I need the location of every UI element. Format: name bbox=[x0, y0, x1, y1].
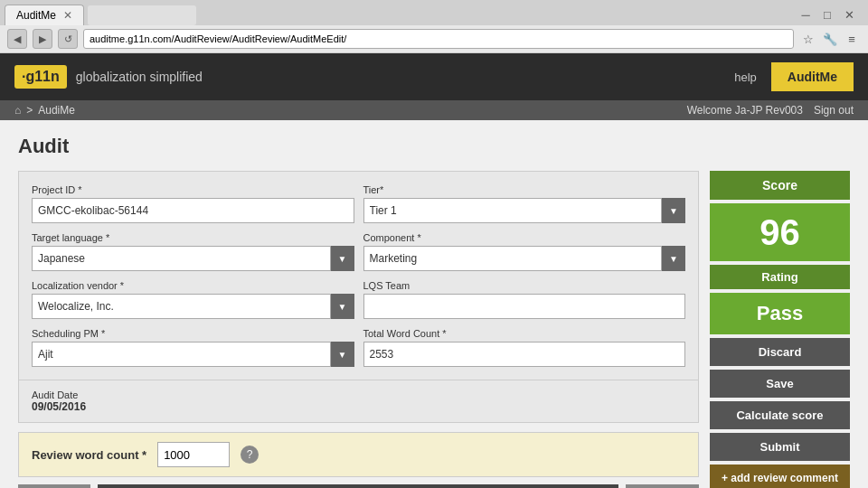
target-language-select[interactable]: Japanese French German bbox=[32, 246, 331, 271]
discard-button[interactable]: Discard bbox=[710, 338, 850, 366]
tier-group: Tier* Tier 1 Tier 2 Tier 3 ▼ bbox=[363, 184, 686, 223]
tab-close-icon[interactable]: ✕ bbox=[63, 9, 72, 22]
add-review-comment-button[interactable]: + add review comment bbox=[98, 484, 618, 488]
tab-bar: AuditMe ✕ ─ □ ✕ bbox=[0, 0, 868, 25]
home-icon[interactable]: ⌂ bbox=[14, 104, 21, 117]
score-panel: Score 96 Rating Pass Discard Save Calcul… bbox=[710, 171, 850, 488]
target-language-select-wrap: Japanese French German ▼ bbox=[32, 246, 354, 271]
breadcrumb-left: ⌂ > AudiMe bbox=[14, 104, 75, 117]
signout-link[interactable]: Sign out bbox=[814, 104, 854, 117]
action-row: no errors + add review comment ⬆ Import bbox=[18, 484, 699, 488]
tier-select[interactable]: Tier 1 Tier 2 Tier 3 bbox=[363, 198, 663, 223]
target-language-dropdown-arrow[interactable]: ▼ bbox=[331, 246, 354, 271]
page-title: Audit bbox=[18, 135, 850, 158]
breadcrumb-separator: > bbox=[26, 104, 33, 117]
help-link[interactable]: help bbox=[734, 70, 757, 84]
auditme-button[interactable]: AuditMe bbox=[771, 62, 854, 91]
tier-select-wrap: Tier 1 Tier 2 Tier 3 ▼ bbox=[363, 198, 686, 223]
lqs-team-label: LQS Team bbox=[363, 280, 686, 291]
component-group: Component * Marketing Technical Legal ▼ bbox=[363, 232, 686, 271]
new-tab-area bbox=[88, 5, 196, 25]
target-language-group: Target language * Japanese French German… bbox=[32, 232, 354, 271]
help-circle-icon[interactable]: ? bbox=[241, 446, 259, 464]
main-content: Audit Project ID * Tier* Tier 1 Tier 2 bbox=[0, 120, 868, 488]
localization-vendor-group: Localization vendor * Welocalize, Inc. L… bbox=[32, 280, 354, 319]
localization-vendor-label: Localization vendor * bbox=[32, 280, 354, 291]
rating-value: Pass bbox=[710, 293, 850, 334]
audit-date-value: 09/05/2016 bbox=[32, 400, 685, 413]
close-window-icon[interactable]: ✕ bbox=[840, 6, 858, 24]
localization-vendor-dropdown-arrow[interactable]: ▼ bbox=[331, 294, 354, 319]
scheduling-pm-label: Scheduling PM * bbox=[32, 328, 354, 339]
tab-title: AuditMe bbox=[16, 9, 56, 22]
no-errors-button[interactable]: no errors bbox=[18, 484, 90, 488]
audit-date-label: Audit Date bbox=[32, 389, 685, 400]
breadcrumb-right: Welcome Ja-JP Rev003 Sign out bbox=[687, 104, 854, 117]
save-button[interactable]: Save bbox=[710, 370, 850, 398]
scheduling-pm-select[interactable]: Ajit Other bbox=[32, 342, 331, 367]
project-id-label: Project ID * bbox=[32, 184, 354, 195]
score-value: 96 bbox=[710, 203, 850, 261]
component-select-wrap: Marketing Technical Legal ▼ bbox=[363, 246, 686, 271]
review-bar: Review word count * ? bbox=[18, 432, 699, 477]
component-label: Component * bbox=[363, 232, 686, 243]
breadcrumb-current: AudiMe bbox=[38, 104, 75, 117]
browser-tab[interactable]: AuditMe ✕ bbox=[5, 5, 84, 25]
form-grid: Project ID * Tier* Tier 1 Tier 2 Tier 3 … bbox=[18, 171, 699, 380]
lqs-team-group: LQS Team bbox=[363, 280, 686, 319]
audit-date-section: Audit Date 09/05/2016 bbox=[18, 380, 699, 423]
logo-tagline: globalization simplified bbox=[76, 70, 203, 84]
component-select[interactable]: Marketing Technical Legal bbox=[363, 246, 663, 271]
lqs-team-input[interactable] bbox=[363, 294, 686, 319]
localization-vendor-select-wrap: Welocalize, Inc. Lionbridge ▼ bbox=[32, 294, 354, 319]
scheduling-pm-select-wrap: Ajit Other ▼ bbox=[32, 342, 354, 367]
scheduling-pm-dropdown-arrow[interactable]: ▼ bbox=[331, 342, 354, 367]
refresh-button[interactable]: ↺ bbox=[58, 29, 78, 49]
project-id-group: Project ID * bbox=[32, 184, 354, 223]
minimize-icon[interactable]: ─ bbox=[797, 6, 815, 24]
calculate-score-button[interactable]: Calculate score bbox=[710, 401, 850, 429]
scheduling-pm-group: Scheduling PM * Ajit Other ▼ bbox=[32, 328, 354, 367]
submit-button[interactable]: Submit bbox=[710, 433, 850, 461]
localization-vendor-select[interactable]: Welocalize, Inc. Lionbridge bbox=[32, 294, 331, 319]
rating-header: Rating bbox=[710, 265, 850, 289]
menu-icon[interactable]: ≡ bbox=[843, 30, 861, 48]
browser-icons: ☆ 🔧 ≡ bbox=[799, 30, 861, 48]
welcome-text: Welcome Ja-JP Rev003 bbox=[687, 104, 803, 117]
browser-toolbar: ◀ ▶ ↺ ☆ 🔧 ≡ bbox=[0, 25, 868, 52]
tier-label: Tier* bbox=[363, 184, 686, 195]
total-word-count-label: Total Word Count * bbox=[363, 328, 686, 339]
url-bar[interactable] bbox=[83, 29, 794, 49]
maximize-icon[interactable]: □ bbox=[818, 6, 836, 24]
logo: ·g11n globalization simplified bbox=[14, 65, 203, 89]
extension-icon[interactable]: 🔧 bbox=[821, 30, 839, 48]
total-word-count-input[interactable] bbox=[363, 342, 686, 367]
import-button[interactable]: ⬆ Import bbox=[626, 484, 699, 488]
review-word-count-input[interactable] bbox=[157, 442, 230, 467]
form-panel: Project ID * Tier* Tier 1 Tier 2 Tier 3 … bbox=[18, 171, 699, 488]
component-dropdown-arrow[interactable]: ▼ bbox=[662, 246, 685, 271]
score-header: Score bbox=[710, 171, 850, 200]
target-language-label: Target language * bbox=[32, 232, 354, 243]
forward-button[interactable]: ▶ bbox=[33, 29, 52, 49]
add-review-comment-score-button[interactable]: + add review comment bbox=[710, 465, 850, 488]
total-word-count-group: Total Word Count * bbox=[363, 328, 686, 367]
review-word-count-label: Review word count * bbox=[32, 448, 146, 462]
logo-brand: ·g11n bbox=[14, 65, 67, 89]
tier-dropdown-arrow[interactable]: ▼ bbox=[662, 198, 685, 223]
header-right: help AuditMe bbox=[734, 62, 854, 91]
back-button[interactable]: ◀ bbox=[7, 29, 27, 49]
browser-chrome: AuditMe ✕ ─ □ ✕ ◀ ▶ ↺ ☆ 🔧 ≡ bbox=[0, 0, 868, 53]
audit-layout: Project ID * Tier* Tier 1 Tier 2 Tier 3 … bbox=[18, 171, 850, 488]
star-icon[interactable]: ☆ bbox=[799, 30, 817, 48]
app-header: ·g11n globalization simplified help Audi… bbox=[0, 53, 868, 100]
breadcrumb-bar: ⌂ > AudiMe Welcome Ja-JP Rev003 Sign out bbox=[0, 100, 868, 120]
project-id-input[interactable] bbox=[32, 198, 354, 223]
